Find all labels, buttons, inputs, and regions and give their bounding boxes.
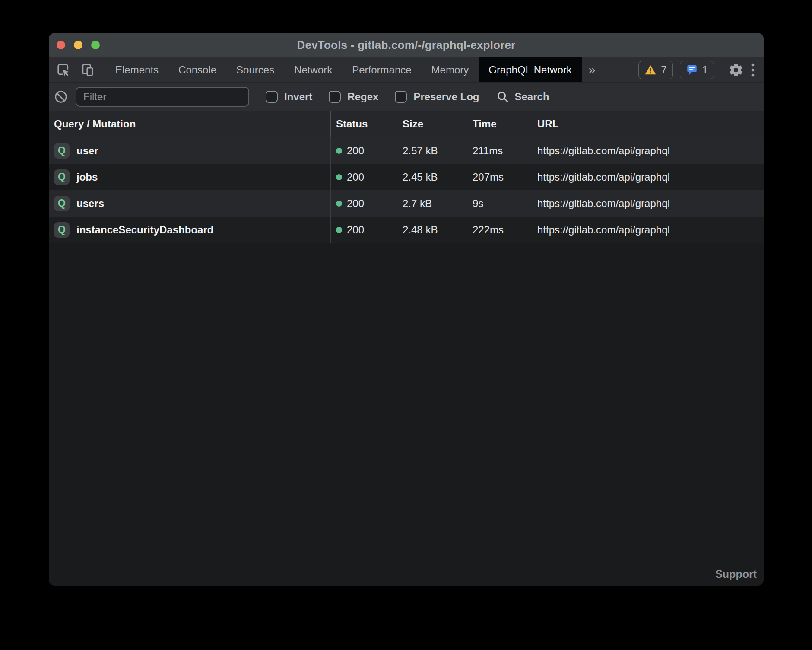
table-header: Query / Mutation Status Size Time URL <box>49 111 764 137</box>
status-ok-dot-icon <box>336 148 342 154</box>
column-header-size[interactable]: Size <box>397 111 467 137</box>
warnings-badge[interactable]: 7 <box>638 61 672 79</box>
regex-checkbox[interactable] <box>329 91 341 103</box>
more-tabs-chevron-icon[interactable]: » <box>582 57 603 82</box>
query-type-badge: Q <box>54 196 70 211</box>
column-header-status[interactable]: Status <box>331 111 397 137</box>
status-code: 200 <box>347 224 364 236</box>
devtools-window: DevTools - gitlab.com/-/graphql-explorer… <box>49 33 764 586</box>
devtools-tabbar: Elements Console Sources Network Perform… <box>49 57 764 82</box>
status-code: 200 <box>347 145 364 157</box>
url-cell: https://gitlab.com/api/graphql <box>532 217 764 243</box>
time-cell: 211ms <box>467 137 532 164</box>
status-cell: 200 <box>331 137 397 164</box>
filter-input[interactable] <box>76 87 249 107</box>
table-row[interactable]: Q user 200 2.57 kB 211ms https://gitlab.… <box>49 137 764 164</box>
status-code: 200 <box>347 171 364 183</box>
status-code: 200 <box>347 198 364 210</box>
status-ok-dot-icon <box>336 174 342 180</box>
badge-divider <box>721 64 721 76</box>
search-label: Search <box>514 91 549 103</box>
tab-network[interactable]: Network <box>284 57 342 82</box>
status-ok-dot-icon <box>336 201 342 207</box>
time-cell: 9s <box>467 190 532 217</box>
warning-count: 7 <box>661 64 666 76</box>
support-link[interactable]: Support <box>715 568 757 580</box>
clear-block-icon[interactable] <box>54 90 68 104</box>
column-header-query-mutation[interactable]: Query / Mutation <box>49 111 331 137</box>
status-cell: 200 <box>331 164 397 190</box>
traffic-lights <box>57 33 100 57</box>
panel-tabs: Elements Console Sources Network Perform… <box>105 57 582 82</box>
status-ok-dot-icon <box>336 227 342 233</box>
time-cell: 222ms <box>467 217 532 243</box>
query-type-badge: Q <box>54 222 70 238</box>
time-cell: 207ms <box>467 164 532 190</box>
filter-toolbar: Invert Regex Preserve Log Search <box>49 82 764 111</box>
tab-console[interactable]: Console <box>168 57 226 82</box>
toolbar-divider <box>101 64 101 76</box>
query-name-cell[interactable]: Q instanceSecurityDashboard <box>49 217 331 243</box>
size-cell: 2.7 kB <box>397 190 467 217</box>
query-name: user <box>76 145 98 157</box>
tab-memory[interactable]: Memory <box>422 57 479 82</box>
url-cell: https://gitlab.com/api/graphql <box>532 190 764 217</box>
invert-checkbox[interactable] <box>266 91 278 103</box>
minimize-window-button[interactable] <box>74 41 82 49</box>
query-type-badge: Q <box>54 143 70 159</box>
more-options-dots-icon[interactable] <box>751 62 755 78</box>
device-toolbar-icon[interactable] <box>81 63 95 77</box>
size-cell: 2.45 kB <box>397 164 467 190</box>
query-name-cell[interactable]: Q jobs <box>49 164 331 190</box>
results-empty-area: Support <box>49 243 764 586</box>
tab-graphql-network[interactable]: GraphQL Network <box>479 57 582 82</box>
table-row[interactable]: Q users 200 2.7 kB 9s https://gitlab.com… <box>49 190 764 217</box>
invert-label: Invert <box>284 91 312 103</box>
issues-badge[interactable]: 1 <box>680 61 714 79</box>
url-cell: https://gitlab.com/api/graphql <box>532 137 764 164</box>
search-icon <box>496 90 509 103</box>
status-cell: 200 <box>331 217 397 243</box>
regex-label: Regex <box>347 91 378 103</box>
table-row[interactable]: Q instanceSecurityDashboard 200 2.48 kB … <box>49 217 764 243</box>
column-header-time[interactable]: Time <box>467 111 532 137</box>
status-cell: 200 <box>331 190 397 217</box>
query-name: users <box>76 198 104 210</box>
tab-performance[interactable]: Performance <box>342 57 421 82</box>
preserve-log-label: Preserve Log <box>413 91 479 103</box>
message-bubble-icon <box>686 64 698 76</box>
table-row[interactable]: Q jobs 200 2.45 kB 207ms https://gitlab.… <box>49 164 764 190</box>
column-header-url[interactable]: URL <box>532 111 764 137</box>
warning-triangle-icon <box>644 64 657 75</box>
query-type-badge: Q <box>54 169 70 185</box>
query-name-cell[interactable]: Q users <box>49 190 331 217</box>
preserve-log-checkbox-group[interactable]: Preserve Log <box>395 91 479 103</box>
query-name: instanceSecurityDashboard <box>76 224 213 236</box>
invert-checkbox-group[interactable]: Invert <box>266 91 312 103</box>
settings-gear-icon[interactable] <box>728 62 744 78</box>
titlebar: DevTools - gitlab.com/-/graphql-explorer <box>49 33 764 57</box>
window-title: DevTools - gitlab.com/-/graphql-explorer <box>297 38 516 52</box>
tab-elements[interactable]: Elements <box>105 57 168 82</box>
regex-checkbox-group[interactable]: Regex <box>329 91 378 103</box>
query-name: jobs <box>76 171 98 183</box>
close-window-button[interactable] <box>57 41 65 49</box>
issues-count: 1 <box>702 64 708 76</box>
inspect-element-icon[interactable] <box>57 63 70 77</box>
search-control[interactable]: Search <box>496 90 549 103</box>
query-name-cell[interactable]: Q user <box>49 137 331 164</box>
url-cell: https://gitlab.com/api/graphql <box>532 164 764 190</box>
size-cell: 2.48 kB <box>397 217 467 243</box>
tab-sources[interactable]: Sources <box>226 57 284 82</box>
zoom-window-button[interactable] <box>91 41 100 49</box>
size-cell: 2.57 kB <box>397 137 467 164</box>
preserve-log-checkbox[interactable] <box>395 91 407 103</box>
